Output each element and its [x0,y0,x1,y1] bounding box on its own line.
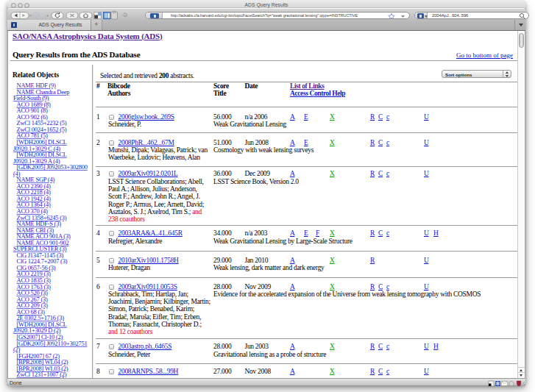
svg-text:✻: ✻ [496,381,500,386]
